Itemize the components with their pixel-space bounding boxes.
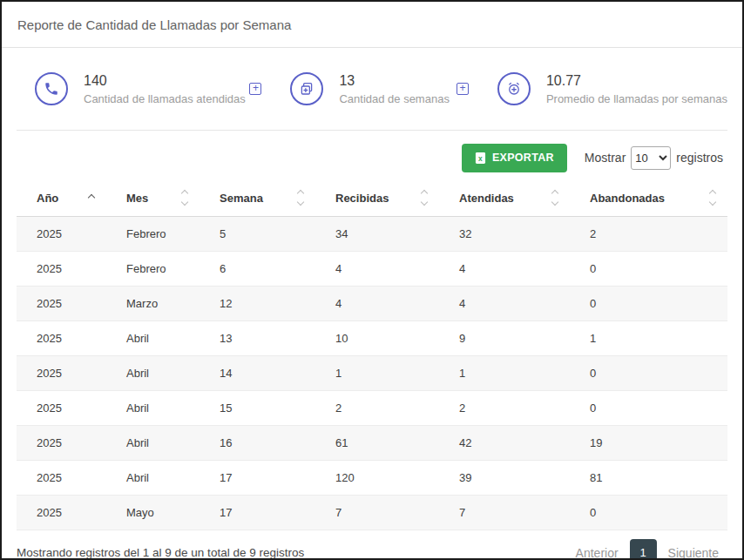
table-cell: 2 <box>570 217 727 252</box>
column-header-recibidas[interactable]: Recibidas <box>315 179 439 217</box>
table-cell: Febrero <box>106 252 200 287</box>
table-cell: Mayo <box>106 496 200 530</box>
table-cell: Abril <box>106 321 200 356</box>
table-cell: 6 <box>200 252 315 287</box>
report-header: Reporte de Cantidad de Llamadas por Sema… <box>2 2 742 48</box>
stat-label-promedio: Promedio de llamadas por semanas <box>546 92 727 105</box>
phone-icon <box>35 72 68 105</box>
table-row: 2025Abril15220 <box>17 391 727 426</box>
table-cell: Abril <box>106 356 200 391</box>
table-cell: Febrero <box>106 217 200 252</box>
table-row: 2025Abril171203981 <box>17 461 727 496</box>
stat-value-llamadas: 140 <box>84 73 246 89</box>
table-cell: 2 <box>315 391 439 426</box>
stat-label-llamadas: Cantidad de llamadas atendidas <box>84 92 246 105</box>
table-header-row: AñoMesSemanaRecibidasAtendidasAbandonada… <box>17 179 727 217</box>
table-toolbar: x EXPORTAR Mostrar 10 registros <box>2 131 742 179</box>
table-cell: 12 <box>200 287 315 321</box>
calls-table: AñoMesSemanaRecibidasAtendidasAbandonada… <box>17 179 727 530</box>
table-cell: 39 <box>439 461 570 496</box>
page-size-select[interactable]: 10 <box>631 146 671 170</box>
table-cell: Abril <box>106 391 200 426</box>
table-cell: 120 <box>315 461 439 496</box>
excel-file-icon: x <box>475 152 486 165</box>
sort-both-icon <box>710 191 715 205</box>
column-header-ano[interactable]: Año <box>17 179 106 217</box>
table-row: 2025Marzo12440 <box>17 287 727 321</box>
table-row: 2025Febrero6440 <box>17 252 727 287</box>
weeks-stack-icon <box>290 72 323 105</box>
pagination-next[interactable]: Siguiente <box>668 546 719 560</box>
table-cell: 4 <box>439 252 570 287</box>
table-cell: 0 <box>570 252 727 287</box>
report-window: Reporte de Cantidad de Llamadas por Sema… <box>0 0 744 560</box>
table-row: 2025Abril131091 <box>17 321 727 356</box>
square-plus-icon[interactable]: + <box>249 83 261 95</box>
pagination-page-1[interactable]: 1 <box>630 539 657 560</box>
table-row: 2025Abril14110 <box>17 356 727 391</box>
column-header-abandonadas[interactable]: Abandonadas <box>570 179 727 217</box>
table-cell: 2025 <box>17 321 106 356</box>
table-cell: 17 <box>200 461 315 496</box>
table-cell: 2025 <box>17 356 106 391</box>
table-footer: Mostrando registros del 1 al 9 de un tot… <box>2 530 742 560</box>
table-cell: 2025 <box>17 391 106 426</box>
table-cell: 34 <box>315 217 439 252</box>
page-title: Reporte de Cantidad de Llamadas por Sema… <box>17 17 291 32</box>
table-cell: 42 <box>439 426 570 461</box>
table-cell: 0 <box>570 391 727 426</box>
table-cell: 4 <box>315 252 439 287</box>
column-header-semana[interactable]: Semana <box>200 179 315 217</box>
stat-value-semanas: 13 <box>339 73 449 89</box>
export-button-label: EXPORTAR <box>492 152 554 164</box>
stat-value-promedio: 10.77 <box>546 73 727 89</box>
table-cell: 7 <box>439 496 570 530</box>
stat-card-llamadas-atendidas: 140 Cantidad de llamadas atendidas <box>35 72 249 105</box>
table-row: 2025Abril16614219 <box>17 426 727 461</box>
table-cell: 2025 <box>17 496 106 530</box>
table-cell: 14 <box>200 356 315 391</box>
stat-card-promedio: 10.77 Promedio de llamadas por semanas <box>497 72 727 105</box>
table-cell: 2025 <box>17 252 106 287</box>
table-cell: 9 <box>439 321 570 356</box>
table-body: 2025Febrero5343222025Febrero64402025Marz… <box>17 217 727 530</box>
table-cell: 16 <box>200 426 315 461</box>
table-cell: 1 <box>315 356 439 391</box>
table-cell: 2025 <box>17 426 106 461</box>
column-label: Año <box>37 192 58 205</box>
column-label: Atendidas <box>459 192 514 205</box>
table-cell: 2025 <box>17 287 106 321</box>
column-header-mes[interactable]: Mes <box>106 179 200 217</box>
table-cell: 2025 <box>17 461 106 496</box>
table-cell: 81 <box>570 461 727 496</box>
table-cell: 1 <box>570 321 727 356</box>
table-cell: 61 <box>315 426 439 461</box>
stat-card-semanas: 13 Cantidad de semanas <box>290 72 456 105</box>
square-plus-icon[interactable]: + <box>457 83 469 95</box>
table-cell: 4 <box>439 287 570 321</box>
alarm-clock-icon <box>497 72 531 105</box>
sort-both-icon <box>422 191 427 205</box>
svg-text:x: x <box>478 153 483 162</box>
table-cell: 0 <box>570 496 727 530</box>
table-cell: Abril <box>106 461 200 496</box>
table-cell: Abril <box>106 426 200 461</box>
table-cell: 15 <box>200 391 315 426</box>
sort-both-icon <box>182 191 187 205</box>
column-label: Mes <box>126 192 148 205</box>
column-header-atendidas[interactable]: Atendidas <box>439 179 570 217</box>
sort-both-icon <box>552 191 558 205</box>
table-cell: 2025 <box>17 217 106 252</box>
table-cell: 1 <box>439 356 570 391</box>
records-info: Mostrando registros del 1 al 9 de un tot… <box>17 546 304 559</box>
export-button[interactable]: x EXPORTAR <box>462 144 567 172</box>
table-row: 2025Mayo17770 <box>17 496 727 530</box>
table-cell: 19 <box>570 426 727 461</box>
pagination-previous[interactable]: Anterior <box>576 546 619 560</box>
table-cell: 17 <box>200 496 315 530</box>
table-cell: 0 <box>570 287 727 321</box>
column-label: Abandonadas <box>590 192 665 205</box>
column-label: Semana <box>220 192 263 205</box>
stat-label-semanas: Cantidad de semanas <box>339 92 449 105</box>
stats-row: 140 Cantidad de llamadas atendidas + 13 … <box>17 48 727 131</box>
